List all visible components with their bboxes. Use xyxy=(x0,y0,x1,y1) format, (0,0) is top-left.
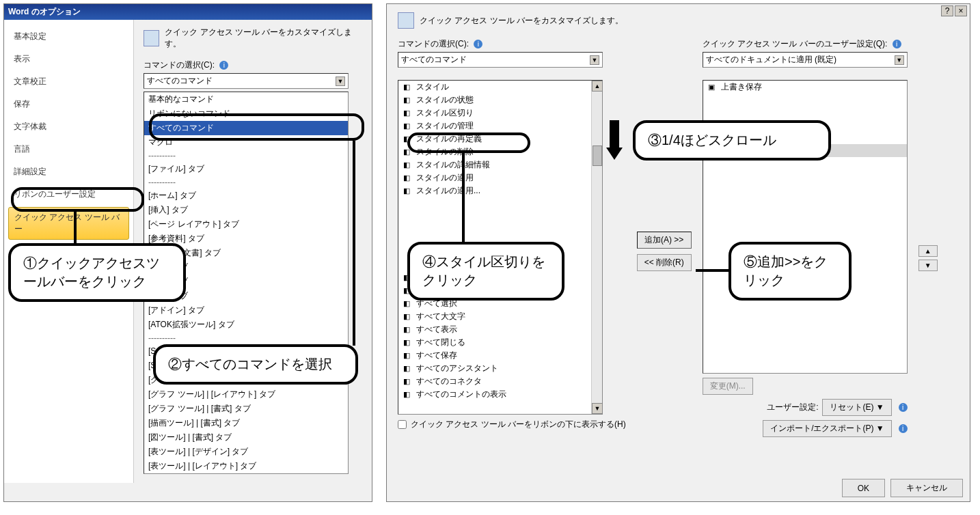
import-export-button[interactable]: インポート/エクスポート(P) ▼ xyxy=(763,420,892,437)
list-item[interactable] xyxy=(398,222,602,234)
list-item-label: スタイル区切り xyxy=(416,107,474,119)
reset-button[interactable]: リセット(E) ▼ xyxy=(822,399,891,416)
list-item[interactable]: ---------- xyxy=(144,332,348,344)
list-item-label: スタイルの削除 xyxy=(416,146,474,158)
sidebar-item-basic[interactable]: 基本設定 xyxy=(4,25,133,48)
command-icon: ◧ xyxy=(401,121,412,132)
sidebar-item-typography[interactable]: 文字体裁 xyxy=(4,115,133,138)
command-icon: ◧ xyxy=(401,363,412,374)
list-item[interactable]: [ページ レイアウト] タブ xyxy=(144,217,348,232)
list-item-label: スタイルの状態 xyxy=(416,94,474,106)
info-icon[interactable]: i xyxy=(899,424,908,433)
ok-button[interactable]: OK xyxy=(842,479,885,497)
command-icon: ◧ xyxy=(401,108,412,119)
add-button[interactable]: 追加(A) >> xyxy=(637,232,692,249)
scroll-thumb[interactable] xyxy=(593,145,602,166)
scroll-down-icon[interactable]: ▼ xyxy=(592,403,603,414)
list-item[interactable]: [表ツール] | [レイアウト] タブ xyxy=(144,459,348,473)
command-icon: ◧ xyxy=(401,376,412,387)
sidebar-item-save[interactable]: 保存 xyxy=(4,93,133,115)
list-item[interactable]: ◧スタイル xyxy=(398,81,602,94)
list-item[interactable]: [グラフ ツール] | [書式] タブ xyxy=(144,402,348,416)
list-item[interactable]: ◧スタイルの再定義 xyxy=(398,133,602,145)
info-icon[interactable]: i xyxy=(893,40,901,48)
list-item[interactable]: ◧スタイルの適用... xyxy=(398,184,602,197)
list-item[interactable]: ◧すべて大文字 xyxy=(398,310,602,323)
list-item[interactable]: [挿入] タブ xyxy=(144,203,348,217)
command-icon: ◧ xyxy=(401,147,412,158)
list-item[interactable] xyxy=(703,106,907,118)
sidebar-item-display[interactable]: 表示 xyxy=(4,48,133,70)
list-item[interactable]: ◧すべてのコメントの表示 xyxy=(398,388,602,401)
list-item[interactable]: [図ツール] | [書式] タブ xyxy=(144,430,348,445)
list-item-label: スタイルの管理 xyxy=(416,120,474,132)
list-item-label: スタイルの適用... xyxy=(416,185,480,197)
list-item[interactable]: すべてのコマンド xyxy=(144,121,348,135)
list-item[interactable]: [ホーム] タブ xyxy=(144,189,348,203)
list-item[interactable]: リボンにないコマンド xyxy=(144,107,348,121)
help-button[interactable]: ? xyxy=(941,5,953,16)
command-icon: ◧ xyxy=(401,173,412,184)
list-item[interactable]: マクロ xyxy=(144,135,348,150)
cmd-select-label: コマンドの選択(C): xyxy=(144,60,215,70)
cmd-select-dropdown[interactable]: すべてのコマンド ▼ xyxy=(398,52,603,68)
list-item[interactable]: ◧すべてのアシスタント xyxy=(398,362,602,375)
info-icon[interactable]: i xyxy=(474,40,482,48)
list-item[interactable]: [グラフ ツール] | [レイアウト] タブ xyxy=(144,387,348,402)
cancel-button[interactable]: キャンセル xyxy=(890,479,963,497)
move-down-button[interactable]: ▼ xyxy=(918,260,938,271)
cmd-select-dropdown[interactable]: すべてのコマンド ▼ xyxy=(144,73,349,89)
list-item[interactable]: ◧スタイルの詳細情報 xyxy=(398,158,602,171)
list-item[interactable]: [ファイル] タブ xyxy=(144,162,348,176)
list-item[interactable]: [表ツール] | [デザイン] タブ xyxy=(144,445,348,459)
command-icon: ◧ xyxy=(401,82,412,93)
move-up-button[interactable]: ▲ xyxy=(918,245,938,257)
sidebar-item-language[interactable]: 言語 xyxy=(4,138,133,161)
command-icon: ◧ xyxy=(401,324,412,335)
dropdown-value: すべてのドキュメントに適用 (既定) xyxy=(706,54,836,66)
list-item-label: すべてのコメントの表示 xyxy=(416,389,506,400)
info-icon[interactable]: i xyxy=(219,61,228,70)
list-item[interactable]: ◧スタイルの状態 xyxy=(398,94,602,107)
list-item[interactable]: [ATOK拡張ツール] タブ xyxy=(144,318,348,332)
list-item[interactable] xyxy=(398,197,602,210)
list-item[interactable]: ◧スタイル区切り xyxy=(398,107,602,120)
list-item[interactable]: ◧すべて閉じる xyxy=(398,336,602,349)
modify-button[interactable]: 変更(M)... xyxy=(703,378,753,395)
sidebar-item-proofing[interactable]: 文章校正 xyxy=(4,70,133,93)
command-icon: ◧ xyxy=(401,95,412,106)
info-icon[interactable]: i xyxy=(899,403,908,412)
user-settings-label: ユーザー設定: xyxy=(767,402,818,413)
list-item[interactable]: ◧スタイルの適用 xyxy=(398,171,602,184)
list-item[interactable]: ---------- xyxy=(144,176,348,189)
show-below-ribbon-checkbox[interactable] xyxy=(398,420,407,429)
list-item[interactable]: 基本的なコマンド xyxy=(144,92,348,107)
remove-button[interactable]: << 削除(R) xyxy=(637,254,692,271)
list-item[interactable]: ◧スタイルの削除 xyxy=(398,145,602,158)
close-button[interactable]: × xyxy=(955,5,967,16)
command-icon: ◧ xyxy=(401,337,412,348)
command-icon xyxy=(401,235,412,246)
list-item-label: すべて大文字 xyxy=(416,311,465,322)
list-item[interactable]: [描画ツール] | [書式] タブ xyxy=(144,416,348,430)
list-item[interactable] xyxy=(703,94,907,106)
connector-5 xyxy=(696,269,730,272)
list-item[interactable]: ---------- xyxy=(144,150,348,162)
list-item[interactable]: ▣上書き保存 xyxy=(703,81,907,94)
customize-icon xyxy=(398,12,414,29)
list-item[interactable]: ◧すべてのコネクタ xyxy=(398,375,602,388)
list-item[interactable]: [アドイン] タブ xyxy=(144,303,348,318)
list-item[interactable]: ◧スタイルの管理 xyxy=(398,120,602,133)
callout-5: ⑤追加>>をクリック xyxy=(729,242,852,301)
list-item[interactable]: ◧すべて表示 xyxy=(398,323,602,336)
list-item[interactable]: ◧すべて保存 xyxy=(398,349,602,362)
sidebar-item-qat[interactable]: クイック アクセス ツール バー xyxy=(8,207,129,240)
scrollbar[interactable]: ▲ ▼ xyxy=(591,81,602,414)
chevron-down-icon: ▼ xyxy=(895,55,904,65)
sidebar-item-ribbon[interactable]: リボンのユーザー設定 xyxy=(4,183,133,206)
qat-scope-dropdown[interactable]: すべてのドキュメントに適用 (既定) ▼ xyxy=(703,52,908,68)
sidebar-item-advanced[interactable]: 詳細設定 xyxy=(4,161,133,183)
scroll-up-icon[interactable]: ▲ xyxy=(592,81,603,92)
chevron-down-icon: ▼ xyxy=(590,55,599,65)
list-item[interactable] xyxy=(398,210,602,222)
